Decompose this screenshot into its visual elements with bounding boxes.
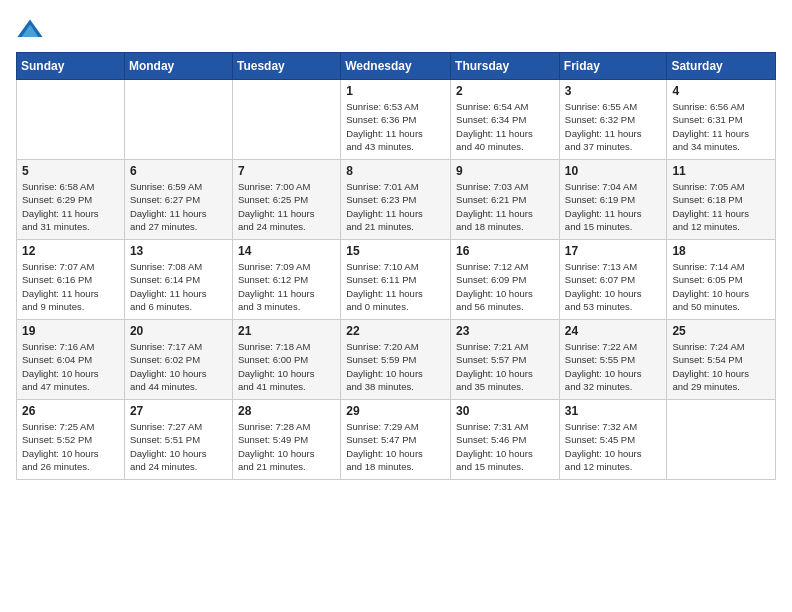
day-number: 15 [346,244,445,258]
calendar-week-row: 1Sunrise: 6:53 AM Sunset: 6:36 PM Daylig… [17,80,776,160]
day-info: Sunrise: 7:10 AM Sunset: 6:11 PM Dayligh… [346,260,445,313]
day-info: Sunrise: 7:29 AM Sunset: 5:47 PM Dayligh… [346,420,445,473]
calendar-day-cell: 24Sunrise: 7:22 AM Sunset: 5:55 PM Dayli… [559,320,667,400]
calendar-day-cell: 17Sunrise: 7:13 AM Sunset: 6:07 PM Dayli… [559,240,667,320]
day-number: 5 [22,164,119,178]
calendar-empty-cell [17,80,125,160]
day-number: 16 [456,244,554,258]
day-number: 24 [565,324,662,338]
calendar-empty-cell [667,400,776,480]
day-number: 21 [238,324,335,338]
day-number: 1 [346,84,445,98]
day-number: 31 [565,404,662,418]
page-header [16,16,776,44]
day-info: Sunrise: 7:31 AM Sunset: 5:46 PM Dayligh… [456,420,554,473]
calendar-empty-cell [124,80,232,160]
calendar-day-cell: 12Sunrise: 7:07 AM Sunset: 6:16 PM Dayli… [17,240,125,320]
calendar-day-cell: 31Sunrise: 7:32 AM Sunset: 5:45 PM Dayli… [559,400,667,480]
day-of-week-header: Thursday [451,53,560,80]
day-info: Sunrise: 7:01 AM Sunset: 6:23 PM Dayligh… [346,180,445,233]
day-info: Sunrise: 7:14 AM Sunset: 6:05 PM Dayligh… [672,260,770,313]
day-info: Sunrise: 7:25 AM Sunset: 5:52 PM Dayligh… [22,420,119,473]
day-of-week-header: Tuesday [232,53,340,80]
day-info: Sunrise: 7:04 AM Sunset: 6:19 PM Dayligh… [565,180,662,233]
day-info: Sunrise: 7:16 AM Sunset: 6:04 PM Dayligh… [22,340,119,393]
calendar-day-cell: 20Sunrise: 7:17 AM Sunset: 6:02 PM Dayli… [124,320,232,400]
day-info: Sunrise: 6:56 AM Sunset: 6:31 PM Dayligh… [672,100,770,153]
day-number: 7 [238,164,335,178]
day-number: 10 [565,164,662,178]
day-number: 19 [22,324,119,338]
day-number: 22 [346,324,445,338]
day-number: 23 [456,324,554,338]
calendar-week-row: 26Sunrise: 7:25 AM Sunset: 5:52 PM Dayli… [17,400,776,480]
day-number: 4 [672,84,770,98]
calendar-day-cell: 23Sunrise: 7:21 AM Sunset: 5:57 PM Dayli… [451,320,560,400]
day-info: Sunrise: 6:59 AM Sunset: 6:27 PM Dayligh… [130,180,227,233]
day-number: 12 [22,244,119,258]
day-number: 11 [672,164,770,178]
calendar-day-cell: 4Sunrise: 6:56 AM Sunset: 6:31 PM Daylig… [667,80,776,160]
calendar-day-cell: 13Sunrise: 7:08 AM Sunset: 6:14 PM Dayli… [124,240,232,320]
day-number: 26 [22,404,119,418]
calendar-day-cell: 28Sunrise: 7:28 AM Sunset: 5:49 PM Dayli… [232,400,340,480]
day-number: 2 [456,84,554,98]
calendar-day-cell: 29Sunrise: 7:29 AM Sunset: 5:47 PM Dayli… [341,400,451,480]
day-info: Sunrise: 7:09 AM Sunset: 6:12 PM Dayligh… [238,260,335,313]
day-number: 29 [346,404,445,418]
day-number: 25 [672,324,770,338]
calendar-day-cell: 6Sunrise: 6:59 AM Sunset: 6:27 PM Daylig… [124,160,232,240]
calendar-day-cell: 2Sunrise: 6:54 AM Sunset: 6:34 PM Daylig… [451,80,560,160]
calendar-day-cell: 25Sunrise: 7:24 AM Sunset: 5:54 PM Dayli… [667,320,776,400]
day-of-week-header: Saturday [667,53,776,80]
day-of-week-header: Sunday [17,53,125,80]
calendar-table: SundayMondayTuesdayWednesdayThursdayFrid… [16,52,776,480]
day-info: Sunrise: 7:24 AM Sunset: 5:54 PM Dayligh… [672,340,770,393]
logo-icon [16,16,44,44]
day-info: Sunrise: 7:28 AM Sunset: 5:49 PM Dayligh… [238,420,335,473]
day-info: Sunrise: 6:53 AM Sunset: 6:36 PM Dayligh… [346,100,445,153]
day-info: Sunrise: 7:12 AM Sunset: 6:09 PM Dayligh… [456,260,554,313]
calendar-day-cell: 11Sunrise: 7:05 AM Sunset: 6:18 PM Dayli… [667,160,776,240]
day-number: 27 [130,404,227,418]
calendar-week-row: 19Sunrise: 7:16 AM Sunset: 6:04 PM Dayli… [17,320,776,400]
day-number: 17 [565,244,662,258]
day-info: Sunrise: 7:18 AM Sunset: 6:00 PM Dayligh… [238,340,335,393]
calendar-week-row: 5Sunrise: 6:58 AM Sunset: 6:29 PM Daylig… [17,160,776,240]
calendar-day-cell: 5Sunrise: 6:58 AM Sunset: 6:29 PM Daylig… [17,160,125,240]
calendar-day-cell: 14Sunrise: 7:09 AM Sunset: 6:12 PM Dayli… [232,240,340,320]
calendar-header-row: SundayMondayTuesdayWednesdayThursdayFrid… [17,53,776,80]
calendar-day-cell: 26Sunrise: 7:25 AM Sunset: 5:52 PM Dayli… [17,400,125,480]
day-info: Sunrise: 7:13 AM Sunset: 6:07 PM Dayligh… [565,260,662,313]
day-number: 3 [565,84,662,98]
day-info: Sunrise: 6:55 AM Sunset: 6:32 PM Dayligh… [565,100,662,153]
day-info: Sunrise: 7:05 AM Sunset: 6:18 PM Dayligh… [672,180,770,233]
day-info: Sunrise: 6:54 AM Sunset: 6:34 PM Dayligh… [456,100,554,153]
day-info: Sunrise: 7:27 AM Sunset: 5:51 PM Dayligh… [130,420,227,473]
day-of-week-header: Wednesday [341,53,451,80]
logo [16,16,48,44]
calendar-day-cell: 22Sunrise: 7:20 AM Sunset: 5:59 PM Dayli… [341,320,451,400]
calendar-week-row: 12Sunrise: 7:07 AM Sunset: 6:16 PM Dayli… [17,240,776,320]
day-info: Sunrise: 7:07 AM Sunset: 6:16 PM Dayligh… [22,260,119,313]
calendar-day-cell: 1Sunrise: 6:53 AM Sunset: 6:36 PM Daylig… [341,80,451,160]
calendar-day-cell: 7Sunrise: 7:00 AM Sunset: 6:25 PM Daylig… [232,160,340,240]
calendar-day-cell: 19Sunrise: 7:16 AM Sunset: 6:04 PM Dayli… [17,320,125,400]
calendar-day-cell: 16Sunrise: 7:12 AM Sunset: 6:09 PM Dayli… [451,240,560,320]
day-number: 28 [238,404,335,418]
calendar-day-cell: 21Sunrise: 7:18 AM Sunset: 6:00 PM Dayli… [232,320,340,400]
day-of-week-header: Monday [124,53,232,80]
day-info: Sunrise: 7:03 AM Sunset: 6:21 PM Dayligh… [456,180,554,233]
day-number: 20 [130,324,227,338]
day-of-week-header: Friday [559,53,667,80]
day-info: Sunrise: 7:22 AM Sunset: 5:55 PM Dayligh… [565,340,662,393]
calendar-day-cell: 8Sunrise: 7:01 AM Sunset: 6:23 PM Daylig… [341,160,451,240]
day-info: Sunrise: 7:20 AM Sunset: 5:59 PM Dayligh… [346,340,445,393]
day-number: 30 [456,404,554,418]
calendar-day-cell: 9Sunrise: 7:03 AM Sunset: 6:21 PM Daylig… [451,160,560,240]
day-number: 14 [238,244,335,258]
calendar-day-cell: 27Sunrise: 7:27 AM Sunset: 5:51 PM Dayli… [124,400,232,480]
day-info: Sunrise: 7:21 AM Sunset: 5:57 PM Dayligh… [456,340,554,393]
day-number: 8 [346,164,445,178]
calendar-empty-cell [232,80,340,160]
